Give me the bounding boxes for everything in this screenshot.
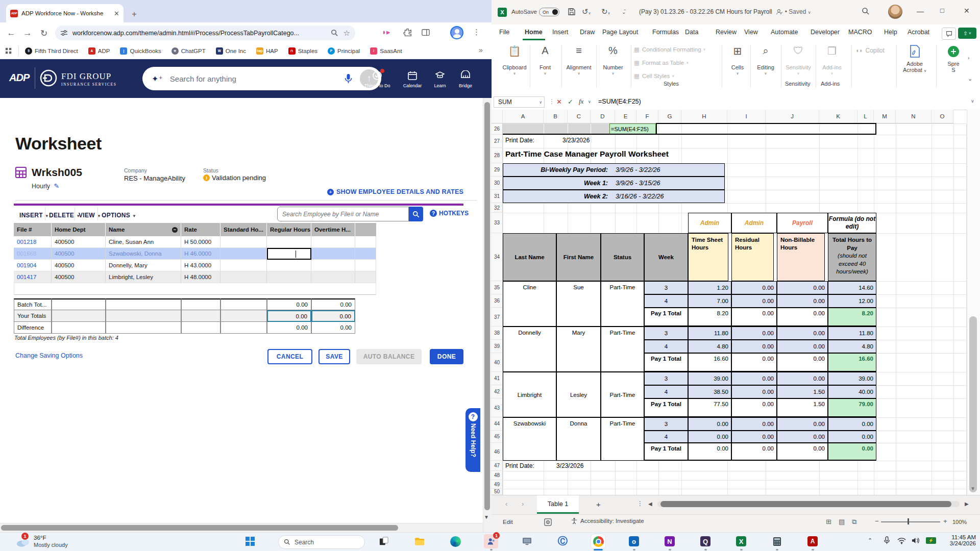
- wk-2-0-c6[interactable]: 0.00: [777, 372, 828, 385]
- bookmark-star-icon[interactable]: ☆: [344, 29, 350, 38]
- side-panel-icon[interactable]: [422, 29, 430, 37]
- ribbon-tab-home[interactable]: Home: [525, 29, 543, 36]
- formula-input[interactable]: =SUM(E4:F25): [598, 98, 641, 105]
- change-saving-options-link[interactable]: Change Saving Options: [15, 352, 83, 359]
- url-bar[interactable]: workforcenow.adp.com/theme/admin.html#/P…: [55, 26, 355, 40]
- row-header-26[interactable]: 26: [492, 123, 503, 135]
- row-header-29[interactable]: 29: [492, 163, 503, 177]
- grid-row1-col4[interactable]: [220, 248, 267, 260]
- taskbar-copilot-c-icon[interactable]: Ⓒ: [555, 534, 570, 548]
- emp-first-name-1[interactable]: Mary: [556, 327, 601, 372]
- bookmark-saasant[interactable]: /SaasAnt: [370, 47, 402, 55]
- grid-row0-col0[interactable]: 001218: [14, 236, 52, 248]
- sheet-tab-table1[interactable]: Table 1: [537, 495, 579, 514]
- row-header-34[interactable]: 34: [492, 233, 503, 281]
- grid-row0-col4[interactable]: [220, 236, 267, 248]
- grid-row1-col1[interactable]: 400500: [52, 248, 106, 260]
- wk-1-0-c3[interactable]: 3: [644, 327, 688, 340]
- tabbar-menu-icon[interactable]: ⋮: [637, 500, 643, 507]
- row-header-49[interactable]: 49: [492, 480, 503, 489]
- bookmark-hap[interactable]: hapHAP: [256, 47, 278, 55]
- wk-2-1-c6[interactable]: 1.50: [777, 385, 828, 398]
- paytotal-0-c5[interactable]: 0.00: [731, 308, 777, 327]
- hscroll-right-icon[interactable]: ▶: [965, 501, 969, 507]
- column-header-M[interactable]: M: [874, 110, 896, 123]
- close-icon[interactable]: ✕: [964, 7, 970, 15]
- totals-row1-col3[interactable]: [181, 310, 220, 322]
- paytotal-2-c5[interactable]: 0.00: [731, 398, 777, 417]
- grid-row2-col5[interactable]: [267, 260, 311, 271]
- ribbon-group-clipboard[interactable]: 📋 Clipboard ∨: [501, 45, 528, 76]
- search-in-page-icon[interactable]: [331, 29, 338, 37]
- wk-1-1-c3[interactable]: 4: [644, 340, 688, 353]
- add-sheet-icon[interactable]: +: [596, 500, 601, 509]
- wk-1-0-c7[interactable]: 11.80: [828, 327, 876, 340]
- paytotal-3-c7[interactable]: 0.00: [828, 443, 876, 461]
- grid-row2-col1[interactable]: 400500: [52, 260, 106, 271]
- maximize-icon[interactable]: □: [940, 7, 944, 14]
- taskbar-excel-icon[interactable]: X: [734, 534, 748, 548]
- bookmark-principal[interactable]: PPrincipal: [328, 47, 360, 55]
- grid-row3-col6[interactable]: [311, 271, 355, 283]
- grid-row2-col2[interactable]: Donnelly, Mary: [106, 260, 181, 271]
- totals-row1-col2[interactable]: [106, 310, 181, 322]
- wk-1-1-c5[interactable]: 0.00: [731, 340, 777, 353]
- excel-vscroll-thumb[interactable]: [969, 316, 977, 492]
- wk-2-1-c3[interactable]: 4: [644, 385, 688, 398]
- column-header-K[interactable]: K: [819, 110, 857, 123]
- totals-row1-col4[interactable]: [220, 310, 267, 322]
- show-details-link[interactable]: + SHOW EMPLOYEE DETAILS AND RATES: [327, 188, 463, 195]
- grid-header-name[interactable]: Name−: [106, 223, 181, 236]
- wk-3-1-c5[interactable]: 0.00: [731, 431, 777, 443]
- column-header-A[interactable]: A: [503, 110, 544, 123]
- print-date-value[interactable]: 3/23/2026: [562, 137, 590, 144]
- bookmarks-overflow-icon[interactable]: »: [479, 46, 483, 54]
- totals-row2-col3[interactable]: [181, 322, 220, 334]
- totals-row0-col5[interactable]: 0.00: [267, 298, 311, 310]
- ribbon-group-number[interactable]: % Number ∨: [598, 45, 628, 76]
- weather-widget[interactable]: 1: [15, 536, 31, 550]
- column-header-N[interactable]: N: [896, 110, 932, 123]
- row-header-47[interactable]: 47: [492, 461, 503, 471]
- quick-access-caret-icon[interactable]: ⌄̄: [622, 9, 626, 15]
- column-header-H[interactable]: H: [681, 110, 727, 123]
- grid-row3-col0[interactable]: 001417: [14, 271, 52, 283]
- wk-1-1-c7[interactable]: 4.80: [828, 340, 876, 353]
- paytotal-1-c7[interactable]: 16.60: [828, 353, 876, 372]
- totals-row2-col5[interactable]: 0.00: [267, 322, 311, 334]
- grid-header-file-[interactable]: File #: [14, 223, 52, 236]
- grid-header-home-dept[interactable]: Home Dept: [52, 223, 106, 236]
- totals-row0-col1[interactable]: [52, 298, 106, 310]
- employee-search-input[interactable]: Search Employee by File# or Name: [277, 207, 409, 221]
- taskbar-file-explorer-icon[interactable]: [412, 534, 427, 548]
- wk-3-0-c4[interactable]: 0.00: [688, 417, 731, 431]
- adp-logo[interactable]: ADP: [9, 72, 29, 84]
- ribbon-tab-help[interactable]: Help: [884, 29, 897, 36]
- zoom-slider[interactable]: [881, 521, 940, 522]
- ribbon-tab-draw[interactable]: Draw: [580, 29, 595, 36]
- grid-row2-col0[interactable]: 001904: [14, 260, 52, 271]
- styles-item-conditional-formatting[interactable]: ▦Conditional Formatting ∨: [634, 46, 706, 53]
- select-all-corner[interactable]: [492, 110, 503, 123]
- emp-status-0[interactable]: Part-Time: [601, 281, 644, 327]
- grid-row3-col5[interactable]: [267, 271, 311, 283]
- taskbar-start-icon[interactable]: [243, 534, 257, 548]
- extensions-puzzle-icon[interactable]: [403, 28, 412, 37]
- profile-avatar[interactable]: [450, 26, 463, 39]
- grid-row3-col2[interactable]: Limbright, Lesley: [106, 271, 181, 283]
- emp-last-name-3[interactable]: Szwabowski: [503, 417, 556, 461]
- header-nav-bridge[interactable]: Bridge: [448, 70, 483, 88]
- grid-header-rate[interactable]: Rate: [181, 223, 220, 236]
- wk-3-0-c3[interactable]: 3: [644, 417, 688, 431]
- wk-1-0-c6[interactable]: 0.00: [777, 327, 828, 340]
- taskbar-people-icon[interactable]: 1: [484, 534, 498, 548]
- ribbon-tab-automate[interactable]: Automate: [771, 29, 798, 36]
- titlebar-search-icon[interactable]: [862, 7, 870, 15]
- bookmark-chatgpt[interactable]: ✳ChatGPT: [172, 47, 206, 55]
- taskbar-task-view-icon[interactable]: [377, 534, 391, 548]
- active-formula-cell[interactable]: =SUM(E4:F25): [609, 123, 656, 134]
- taskbar-chrome-icon[interactable]: [591, 534, 605, 548]
- wk-0-0-c6[interactable]: 0.00: [777, 281, 828, 294]
- totals-row0-col3[interactable]: [181, 298, 220, 310]
- styles-item-format-as-table[interactable]: ▦Format as Table ∨: [634, 59, 689, 66]
